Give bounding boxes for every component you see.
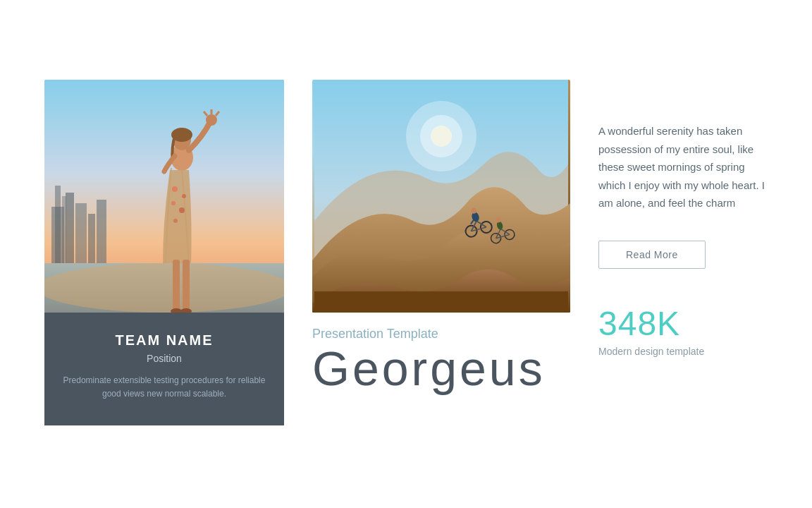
svg-point-19 [171, 201, 176, 205]
svg-rect-22 [173, 260, 180, 313]
description: Predominate extensible testing procedure… [59, 374, 270, 401]
right-column: A wonderful serenity has taken possessio… [598, 80, 768, 425]
svg-rect-5 [75, 203, 87, 263]
team-name: TEAM NAME [59, 332, 270, 349]
read-more-button[interactable]: Read More [598, 241, 706, 269]
svg-point-17 [172, 186, 178, 192]
svg-rect-4 [66, 193, 74, 263]
svg-rect-23 [183, 260, 190, 313]
svg-rect-30 [314, 291, 568, 313]
svg-point-20 [179, 207, 185, 213]
svg-point-13 [206, 114, 217, 126]
left-card: TEAM NAME Position Predominate extensibl… [44, 80, 284, 425]
stats-section: 348K Modern design template [598, 304, 768, 357]
svg-point-21 [173, 219, 178, 223]
left-card-image [44, 80, 284, 313]
quote-text: A wonderful serenity has taken possessio… [598, 122, 768, 212]
stat-number: 348K [598, 304, 768, 343]
center-bottom: Presentation Template Georgeus [312, 313, 570, 392]
center-image [312, 80, 570, 313]
page-container: TEAM NAME Position Predominate extensibl… [0, 0, 812, 508]
svg-point-18 [182, 194, 186, 198]
svg-rect-6 [88, 214, 95, 263]
left-card-body: TEAM NAME Position Predominate extensibl… [44, 313, 284, 425]
main-content: TEAM NAME Position Predominate extensibl… [44, 80, 768, 425]
svg-rect-7 [97, 200, 106, 263]
svg-rect-9 [62, 196, 66, 263]
svg-rect-8 [55, 186, 61, 263]
presentation-label: Presentation Template [312, 327, 570, 341]
position: Position [59, 353, 270, 364]
svg-point-29 [431, 126, 452, 147]
center-column: Presentation Template Georgeus [284, 80, 598, 425]
stat-label: Modern design template [598, 346, 768, 357]
main-title: Georgeus [312, 344, 570, 392]
svg-point-2 [44, 263, 284, 313]
